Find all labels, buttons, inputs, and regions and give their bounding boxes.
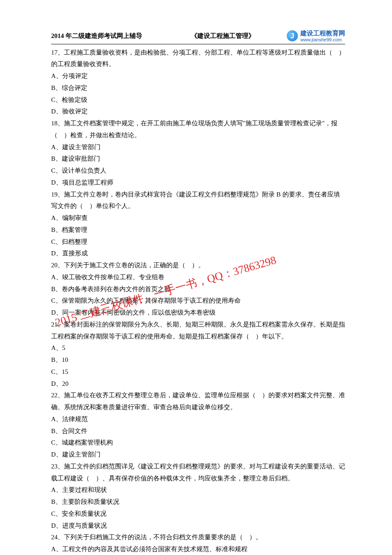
logo-badge-icon: J xyxy=(287,30,298,41)
q21-opt-c: C、15 xyxy=(51,366,345,378)
logo-url-text: www.jianshe99.com xyxy=(300,37,345,42)
q20-opt-d: D、同一案卷内有不同密级的文件，应以低密级为本卷密级 xyxy=(51,307,345,319)
q18-opt-c: C、设计单位负责人 xyxy=(51,165,345,177)
q18-opt-a: A、建设主管部门 xyxy=(51,142,345,153)
q19-opt-c: C、归档整理 xyxy=(51,236,345,248)
q18-opt-d: D、项目总监理工程师 xyxy=(51,177,345,189)
header-title-mid: 《建设工程施工管理》 xyxy=(191,30,255,42)
q19-opt-a: A、编制审查 xyxy=(51,212,345,224)
q23-stem: 23、施工文件的归档范围详见《建设工程文件归档整理规范》的要求。对与工程建设有关… xyxy=(51,461,345,485)
q24-stem: 24、下列关于归档施工文件的说法，不符合归档文件质量要求的是（ ）。 xyxy=(51,532,345,543)
q19-opt-b: B、档案管理 xyxy=(51,224,345,236)
q22-opt-b: B、合同文件 xyxy=(51,425,345,437)
q21-opt-d: D、20 xyxy=(51,378,345,390)
q23-opt-c: C、安全和质量状况 xyxy=(51,508,345,520)
header-title-left: 2014 年二级建造师考试网上辅导 xyxy=(51,30,142,42)
q17-opt-d: D、验收评定 xyxy=(51,106,345,118)
q22-opt-a: A、法律规范 xyxy=(51,413,345,425)
q20-stem: 20、下列关于施工文件立卷的说法，正确的是（ ）。 xyxy=(51,260,345,272)
q23-opt-d: D、进度与质量状况 xyxy=(51,520,345,532)
q21-stem: 21、案卷封面标注的保管期限分为永久、长期、短期三种期限。永久是指工程档案需永久… xyxy=(51,319,345,343)
q23-opt-a: A、主要过程和现状 xyxy=(51,484,345,496)
q19-opt-d: D、直接形成 xyxy=(51,248,345,260)
page-header: 2014 年二级建造师考试网上辅导 《建设工程施工管理》 J 建设工程教育网 w… xyxy=(51,30,345,44)
q22-stem: 22、施工单位在收齐工程文件整理立卷后，建设单位、监理单位应根据（ ）的要求对档… xyxy=(51,390,345,413)
q17-opt-c: C、检验定级 xyxy=(51,94,345,106)
q22-opt-d: D、建设主管部门 xyxy=(51,449,345,461)
q20-opt-c: C、保管期限为永久的工程档案，其保存期限等于该工程的使用寿命 xyxy=(51,295,345,307)
logo-brand-text: 建设工程教育网 xyxy=(300,30,345,37)
q21-opt-b: B、10 xyxy=(51,354,345,366)
q19-stem: 19、施工文件立卷时，卷内目录式样宜符合《建设工程文件归档整理规范》附录 B 的… xyxy=(51,189,345,213)
q20-opt-a: A、竣工验收文件按单位工程、专业组卷 xyxy=(51,272,345,283)
q18-stem: 18、施工文件档案管理中规定，在开工前由施工单位现场负责人填写"施工现场质量管理… xyxy=(51,118,345,142)
q23-opt-b: B、主要阶段和质量状况 xyxy=(51,496,345,508)
site-logo: J 建设工程教育网 www.jianshe99.com xyxy=(287,30,345,42)
q22-opt-c: C、城建档案管理机构 xyxy=(51,437,345,449)
q18-opt-b: B、建设审批部门 xyxy=(51,153,345,165)
q17-opt-b: B、综合评定 xyxy=(51,82,345,94)
exam-content: 17、工程施工质量验收资料，是由检验批、分项工程、分部工程、单位工程等逐级对工程… xyxy=(51,47,345,555)
q24-opt-a: A、工程文件的内容及其尝试必须符合国家有关技术规范、标准和规程 xyxy=(51,543,345,555)
q17-opt-a: A、分项评定 xyxy=(51,70,345,82)
q17-stem: 17、工程施工质量验收资料，是由检验批、分项工程、分部工程、单位工程等逐级对工程… xyxy=(51,47,345,71)
q21-opt-a: A、5 xyxy=(51,342,345,354)
q20-opt-b: B、卷内备考表排列在卷内文件的首页之前 xyxy=(51,283,345,295)
